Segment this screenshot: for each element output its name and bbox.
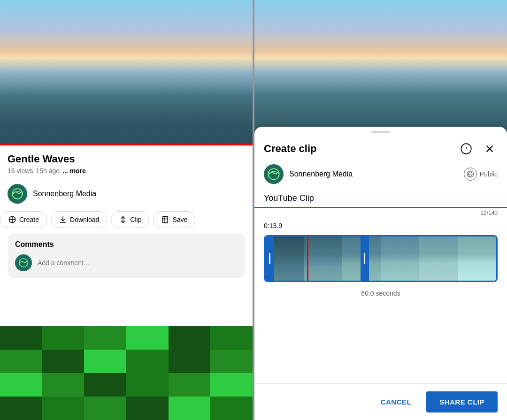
char-count: 12/140	[254, 208, 507, 218]
save-icon	[161, 215, 169, 224]
green-block	[42, 350, 84, 373]
green-block	[210, 397, 253, 420]
green-block	[42, 326, 84, 350]
close-button[interactable]	[482, 141, 498, 157]
globe-icon	[464, 168, 477, 181]
green-block	[0, 350, 42, 373]
video-meta: 15 views 15h ago ... more	[8, 167, 245, 175]
frame-segment	[458, 237, 496, 281]
modal-title: Create clip	[264, 143, 317, 155]
timeline-frames	[265, 237, 496, 281]
green-block	[84, 397, 126, 420]
green-block	[126, 350, 169, 373]
comment-input-row	[15, 254, 238, 271]
clip-button[interactable]: Clip	[111, 211, 149, 228]
green-block	[126, 397, 169, 420]
clip-icon	[119, 215, 127, 224]
sky-gradient-right	[254, 0, 507, 145]
green-block	[126, 326, 169, 350]
time-ago: 15h ago	[36, 167, 60, 175]
frame-segment	[381, 237, 419, 281]
frame-segment	[419, 237, 458, 281]
svg-point-12	[268, 168, 279, 179]
download-button[interactable]: Download	[51, 211, 107, 228]
timeline-handle-right[interactable]	[361, 237, 369, 281]
video-thumbnail-left	[0, 0, 253, 145]
duration-label: 60.0 seconds	[254, 286, 507, 301]
green-block	[0, 326, 42, 350]
download-icon	[59, 215, 67, 224]
modal-channel-row: Sonnenberg Media Public	[254, 160, 507, 190]
globe-svg	[466, 170, 475, 178]
green-block	[210, 373, 253, 397]
info-button[interactable]	[458, 141, 474, 157]
green-block	[84, 350, 126, 373]
create-icon	[8, 215, 16, 224]
video-info: Gentle Waves 15 views 15h ago ... more	[0, 145, 253, 178]
time-display: 0:13.9	[254, 218, 507, 231]
frame-segment	[304, 237, 342, 281]
green-block	[169, 373, 211, 397]
green-blocks	[0, 326, 253, 420]
channel-name: Sonnenberg Media	[33, 190, 96, 198]
wave-overlay	[0, 89, 253, 145]
green-block	[42, 397, 84, 420]
comment-avatar	[15, 254, 32, 271]
green-block	[0, 397, 42, 420]
green-block	[84, 326, 126, 350]
modal-header-icons	[458, 141, 498, 157]
modal-header: Create clip	[254, 133, 507, 160]
save-label: Save	[172, 216, 187, 223]
cancel-button[interactable]: CANCEL	[373, 393, 419, 411]
green-block	[169, 326, 211, 350]
left-panel: Gentle Waves 15 views 15h ago ... more S…	[0, 0, 253, 420]
share-clip-button[interactable]: SHARE CLIP	[426, 391, 498, 412]
progress-bar	[0, 144, 253, 145]
green-block	[126, 373, 169, 397]
download-label: Download	[70, 216, 99, 223]
green-block	[42, 373, 84, 397]
modal-channel-name: Sonnenberg Media	[289, 170, 353, 178]
comment-input[interactable]	[38, 259, 238, 267]
clip-title-input[interactable]	[264, 191, 498, 205]
video-title: Gentle Waves	[8, 153, 245, 165]
modal-channel-left: Sonnenberg Media	[264, 164, 353, 184]
comments-title: Comments	[15, 240, 238, 249]
svg-point-6	[19, 259, 28, 267]
green-block	[210, 350, 253, 373]
create-button[interactable]: Create	[0, 211, 47, 228]
timeline-handle-left[interactable]	[265, 237, 274, 281]
create-clip-modal: Create clip	[254, 127, 507, 420]
public-badge: Public	[464, 168, 498, 181]
action-buttons: Create Download Clip Save	[0, 209, 253, 234]
svg-rect-3	[163, 216, 168, 223]
save-button[interactable]: Save	[153, 211, 195, 228]
view-count: 15 views	[8, 167, 33, 175]
handle-icon-right	[364, 253, 365, 264]
create-label: Create	[19, 216, 39, 223]
more-link[interactable]: ... more	[62, 167, 86, 175]
info-icon	[460, 143, 472, 155]
green-block	[210, 326, 253, 350]
red-playhead	[307, 237, 308, 281]
right-panel: Create clip	[254, 0, 507, 420]
modal-footer: CANCEL SHARE CLIP	[254, 383, 507, 420]
visibility-label: Public	[480, 170, 498, 178]
video-thumbnail-right	[254, 0, 507, 145]
clip-title-section	[254, 190, 507, 208]
handle-icon-left	[269, 253, 270, 264]
clip-label: Clip	[130, 216, 141, 223]
green-block	[84, 373, 126, 397]
green-block	[169, 350, 211, 373]
clip-timeline	[264, 235, 498, 282]
close-icon	[484, 143, 496, 155]
comments-section: Comments	[8, 234, 245, 278]
modal-channel-avatar	[264, 164, 284, 184]
channel-avatar[interactable]	[8, 184, 27, 204]
green-block	[169, 397, 211, 420]
channel-row: Sonnenberg Media	[0, 178, 253, 209]
svg-point-0	[12, 189, 23, 199]
green-block	[0, 373, 42, 397]
